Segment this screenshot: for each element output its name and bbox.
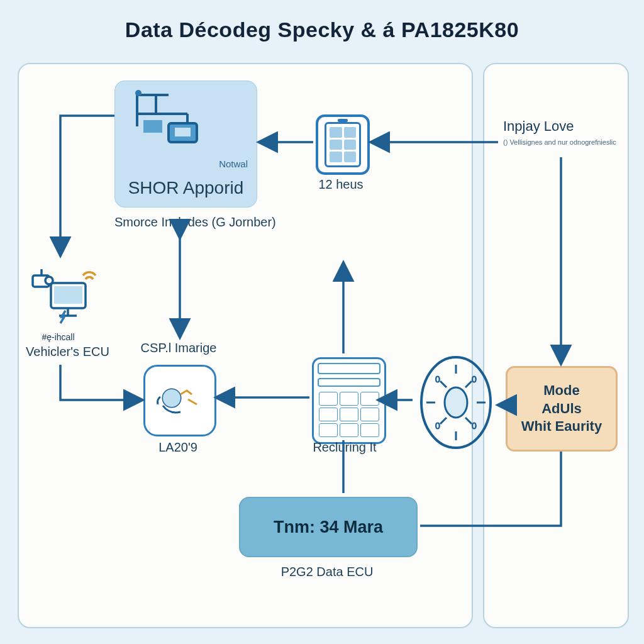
trim-node: Tnm: 34 Mara — [239, 497, 418, 557]
shor-tag: Notwal — [219, 158, 248, 169]
compass-icon: 0 0 0 0 — [415, 352, 497, 453]
la209-node — [143, 365, 216, 436]
svg-text:0: 0 — [472, 421, 477, 431]
mode-line2: AdUls — [521, 400, 602, 418]
ecu-label: Vehicler's ECU — [19, 345, 116, 359]
factory-icon — [131, 89, 213, 152]
inpjay-title: Inpjay Love — [503, 118, 623, 135]
shor-node: Notwal SHOR Apporid — [114, 80, 257, 208]
mode-line3: Whit Eaurity — [521, 418, 602, 436]
recluring-node — [312, 357, 386, 444]
shor-title: SHOR Apporid — [115, 178, 257, 198]
svg-text:0: 0 — [472, 374, 477, 384]
shor-subtitle: Smorce Includes (G Jornber) — [114, 215, 262, 230]
svg-point-8 — [135, 90, 142, 96]
svg-rect-5 — [143, 120, 162, 133]
p2g2-label: P2G2 Data ECU — [252, 565, 402, 579]
gear-hand-icon — [152, 375, 208, 426]
battery-label: 12 heus — [309, 177, 372, 192]
ecu-pre: #ę-ihcall — [25, 332, 91, 342]
right-panel — [483, 63, 629, 628]
mode-line1: Mode — [521, 382, 602, 400]
inpjay-node: Inpjay Love () Vellisignes and nur odnog… — [503, 118, 623, 142]
battery-icon — [325, 122, 361, 167]
recluring-label: Recluring It — [301, 440, 389, 455]
svg-rect-7 — [175, 128, 191, 136]
svg-point-14 — [45, 277, 53, 284]
ecu-icon — [29, 258, 104, 333]
csp-label: CSP.l Imarige — [135, 341, 223, 355]
svg-text:0: 0 — [435, 374, 440, 384]
battery-node — [316, 114, 370, 175]
svg-text:0: 0 — [435, 421, 440, 431]
svg-rect-10 — [54, 286, 82, 304]
inpjay-subtitle: () Vellisignes and nur odnogrefnieslic — [503, 138, 623, 146]
mode-node: Mode AdUls Whit Eaurity — [506, 366, 618, 452]
trim-label: Tnm: 34 Mara — [274, 518, 383, 537]
page-title: Data Décodeg Specky & á PA1825K80 — [0, 18, 644, 42]
svg-point-18 — [445, 387, 467, 418]
la209-label: LA20'9 — [143, 440, 213, 455]
